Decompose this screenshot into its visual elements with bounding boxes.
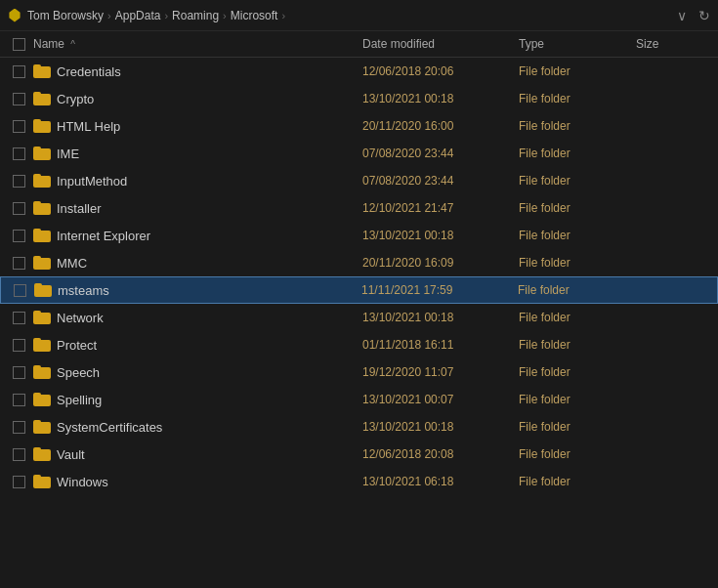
table-row[interactable]: Credentials 12/06/2018 20:06 File folder xyxy=(0,58,718,85)
file-name-cell: MMC xyxy=(33,256,362,271)
select-all-checkbox[interactable] xyxy=(13,38,25,51)
row-checkbox-col xyxy=(4,65,33,78)
file-name-cell: Windows xyxy=(33,475,362,489)
file-date: 12/06/2018 20:08 xyxy=(362,447,519,461)
breadcrumb-roaming[interactable]: Roaming xyxy=(172,9,219,22)
row-checkbox-col xyxy=(4,147,33,160)
row-checkbox[interactable] xyxy=(14,284,26,297)
folder-icon xyxy=(33,365,51,379)
row-checkbox-col xyxy=(5,284,34,297)
folder-icon xyxy=(33,338,51,352)
file-type: File folder xyxy=(519,174,636,188)
breadcrumb-user[interactable]: Tom Borowsky xyxy=(27,9,104,22)
file-type: File folder xyxy=(518,283,635,297)
file-name-cell: HTML Help xyxy=(33,119,362,134)
file-name: SystemCertificates xyxy=(57,420,162,435)
file-name-cell: Spelling xyxy=(33,393,362,407)
row-checkbox[interactable] xyxy=(13,257,25,270)
row-checkbox[interactable] xyxy=(13,366,25,379)
row-checkbox[interactable] xyxy=(13,421,25,434)
header-name[interactable]: Name ^ xyxy=(33,37,362,51)
table-row[interactable]: Internet Explorer 13/10/2021 00:18 File … xyxy=(0,222,718,249)
folder-icon xyxy=(33,420,51,434)
file-date: 13/10/2021 00:18 xyxy=(362,311,519,324)
table-row[interactable]: Windows 13/10/2021 06:18 File folder xyxy=(0,468,718,495)
refresh-icon[interactable]: ↻ xyxy=(698,8,710,23)
file-date: 12/10/2021 21:47 xyxy=(362,201,519,215)
file-name: Vault xyxy=(57,447,85,462)
folder-icon xyxy=(33,229,51,242)
header-date[interactable]: Date modified xyxy=(362,37,519,51)
row-checkbox[interactable] xyxy=(13,339,25,352)
table-row[interactable]: InputMethod 07/08/2020 23:44 File folder xyxy=(0,167,718,194)
file-date: 20/11/2020 16:00 xyxy=(362,119,519,133)
breadcrumb-microsoft[interactable]: Microsoft xyxy=(231,9,278,22)
file-date: 01/11/2018 16:11 xyxy=(362,338,519,352)
file-type: File folder xyxy=(519,311,636,324)
folder-icon xyxy=(33,64,51,78)
table-row[interactable]: msteams 11/11/2021 17:59 File folder xyxy=(0,276,718,304)
row-checkbox[interactable] xyxy=(13,230,25,242)
file-type: File folder xyxy=(519,119,636,133)
folder-icon xyxy=(33,147,51,160)
header-type[interactable]: Type xyxy=(519,37,636,51)
file-date: 12/06/2018 20:06 xyxy=(362,64,519,78)
folder-icon xyxy=(33,174,51,188)
titlebar-controls: ∨ ↻ xyxy=(677,8,710,23)
file-name: Installer xyxy=(57,201,102,216)
folder-icon xyxy=(33,256,51,270)
sep1: › xyxy=(107,10,111,21)
file-name-cell: IME xyxy=(33,147,362,161)
row-checkbox-col xyxy=(4,366,33,379)
file-type: File folder xyxy=(519,338,636,352)
table-row[interactable]: IME 07/08/2020 23:44 File folder xyxy=(0,140,718,167)
chevron-down-icon[interactable]: ∨ xyxy=(677,8,687,23)
table-row[interactable]: Installer 12/10/2021 21:47 File folder xyxy=(0,194,718,222)
file-date: 19/12/2020 11:07 xyxy=(362,365,519,379)
folder-icon xyxy=(33,119,51,133)
row-checkbox-col xyxy=(4,421,33,434)
row-checkbox-col xyxy=(4,339,33,352)
file-date: 13/10/2021 00:18 xyxy=(362,420,519,434)
folder-icon xyxy=(33,92,51,105)
row-checkbox[interactable] xyxy=(13,394,25,406)
table-row[interactable]: Network 13/10/2021 00:18 File folder xyxy=(0,304,718,331)
table-row[interactable]: Crypto 13/10/2021 00:18 File folder xyxy=(0,85,718,112)
file-name: MMC xyxy=(57,256,87,271)
file-date: 11/11/2021 17:59 xyxy=(361,283,518,297)
table-row[interactable]: HTML Help 20/11/2020 16:00 File folder xyxy=(0,112,718,140)
sep2: › xyxy=(164,10,168,21)
table-row[interactable]: Vault 12/06/2018 20:08 File folder xyxy=(0,441,718,468)
row-checkbox[interactable] xyxy=(13,476,25,488)
file-date: 07/08/2020 23:44 xyxy=(362,174,519,188)
file-date: 07/08/2020 23:44 xyxy=(362,147,519,160)
file-name: Protect xyxy=(57,338,97,353)
file-name-cell: Installer xyxy=(33,201,362,216)
breadcrumb-appdata[interactable]: AppData xyxy=(115,9,161,22)
row-checkbox[interactable] xyxy=(13,120,25,133)
row-checkbox-col xyxy=(4,202,33,215)
file-type: File folder xyxy=(519,475,636,488)
row-checkbox-col xyxy=(4,476,33,488)
file-name-cell: Crypto xyxy=(33,92,362,106)
table-row[interactable]: SystemCertificates 13/10/2021 00:18 File… xyxy=(0,413,718,441)
file-name-cell: msteams xyxy=(34,283,361,298)
table-row[interactable]: Spelling 13/10/2021 00:07 File folder xyxy=(0,386,718,413)
row-checkbox[interactable] xyxy=(13,448,25,461)
file-date: 13/10/2021 06:18 xyxy=(362,475,519,488)
row-checkbox[interactable] xyxy=(13,175,25,188)
row-checkbox[interactable] xyxy=(13,312,25,324)
file-name: Windows xyxy=(57,475,108,489)
row-checkbox[interactable] xyxy=(13,202,25,215)
row-checkbox-col xyxy=(4,257,33,270)
file-type: File folder xyxy=(519,92,636,105)
header-size[interactable]: Size xyxy=(636,37,714,51)
table-row[interactable]: MMC 20/11/2020 16:09 File folder xyxy=(0,249,718,276)
row-checkbox[interactable] xyxy=(13,93,25,105)
row-checkbox[interactable] xyxy=(13,65,25,78)
table-row[interactable]: Speech 19/12/2020 11:07 File folder xyxy=(0,358,718,386)
table-row[interactable]: Protect 01/11/2018 16:11 File folder xyxy=(0,331,718,358)
file-name: msteams xyxy=(58,283,109,298)
row-checkbox[interactable] xyxy=(13,147,25,160)
file-name-cell: Speech xyxy=(33,365,362,380)
